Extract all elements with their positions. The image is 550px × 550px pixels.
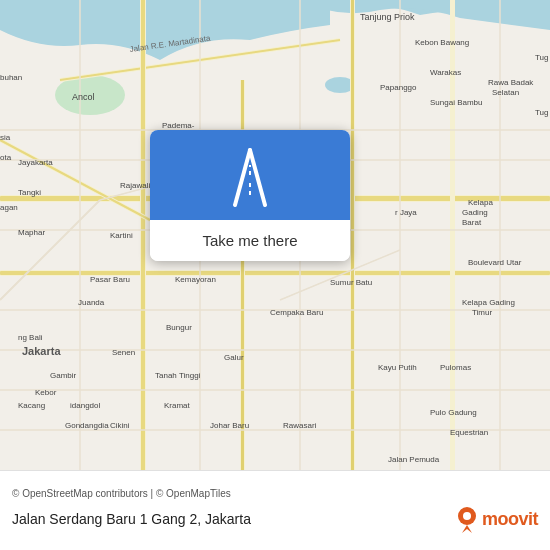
svg-text:Rawa Badak: Rawa Badak — [488, 78, 534, 87]
svg-rect-9 — [0, 271, 550, 275]
svg-text:Sungai Bambu: Sungai Bambu — [430, 98, 482, 107]
svg-text:Galur: Galur — [224, 353, 244, 362]
svg-text:Gambir: Gambir — [50, 371, 77, 380]
svg-text:Gading: Gading — [462, 208, 488, 217]
svg-text:Kacang: Kacang — [18, 401, 45, 410]
svg-text:Senen: Senen — [112, 348, 135, 357]
take-me-there-button[interactable]: Take me there — [150, 220, 350, 261]
svg-text:agan: agan — [0, 203, 18, 212]
svg-text:Tangki: Tangki — [18, 188, 41, 197]
svg-text:Rawasari: Rawasari — [283, 421, 317, 430]
svg-text:Cikini: Cikini — [110, 421, 130, 430]
svg-text:ota: ota — [0, 153, 12, 162]
svg-text:Selatan: Selatan — [492, 88, 519, 97]
svg-text:Bungur: Bungur — [166, 323, 192, 332]
svg-text:Tug: Tug — [535, 108, 549, 117]
svg-rect-11 — [141, 0, 145, 470]
svg-text:Papanggo: Papanggo — [380, 83, 417, 92]
svg-text:Sumur Batu: Sumur Batu — [330, 278, 372, 287]
svg-text:Kramat: Kramat — [164, 401, 191, 410]
svg-rect-15 — [351, 0, 354, 470]
svg-text:Boulevard Utar: Boulevard Utar — [468, 258, 522, 267]
svg-text:Kebor: Kebor — [35, 388, 57, 397]
svg-text:Ancol: Ancol — [72, 92, 95, 102]
moovit-logo: moovit — [456, 505, 538, 533]
location-row: Jalan Serdang Baru 1 Gang 2, Jakarta moo… — [0, 501, 550, 537]
svg-text:Jayakarta: Jayakarta — [18, 158, 53, 167]
svg-text:Pulomas: Pulomas — [440, 363, 471, 372]
road-directions-icon — [215, 140, 285, 210]
svg-text:Tanjung Priok: Tanjung Priok — [360, 12, 415, 22]
svg-text:Warakas: Warakas — [430, 68, 461, 77]
svg-text:Rajawali: Rajawali — [120, 181, 150, 190]
svg-text:Equestrian: Equestrian — [450, 428, 488, 437]
bottom-bar: © OpenStreetMap contributors | © OpenMap… — [0, 470, 550, 550]
svg-text:Kebon Bawang: Kebon Bawang — [415, 38, 469, 47]
location-name: Jalan Serdang Baru 1 Gang 2, Jakarta — [12, 511, 456, 527]
svg-point-98 — [463, 512, 471, 520]
svg-text:Maphar: Maphar — [18, 228, 45, 237]
popup-icon-area — [150, 130, 350, 220]
svg-text:Juanda: Juanda — [78, 298, 105, 307]
svg-text:Kartini: Kartini — [110, 231, 133, 240]
svg-text:sia: sia — [0, 133, 11, 142]
svg-text:Johar Baru: Johar Baru — [210, 421, 249, 430]
svg-line-93 — [235, 150, 250, 205]
svg-text:idangdol: idangdol — [70, 401, 100, 410]
svg-text:Kelapa Gading: Kelapa Gading — [462, 298, 515, 307]
svg-text:Jalan Pemuda: Jalan Pemuda — [388, 455, 440, 464]
popup-card: Take me there — [150, 130, 350, 261]
svg-line-94 — [250, 150, 265, 205]
svg-text:Kayu Putih: Kayu Putih — [378, 363, 417, 372]
svg-text:Timur: Timur — [472, 308, 492, 317]
map-container: Tanjung Priok Kebon Bawang Warakas Ancol… — [0, 0, 550, 550]
moovit-text-gray: moovit — [482, 509, 538, 529]
attribution-text: © OpenStreetMap contributors | © OpenMap… — [0, 484, 550, 501]
svg-text:Gondangdia: Gondangdia — [65, 421, 109, 430]
svg-text:Kelapa: Kelapa — [468, 198, 493, 207]
svg-text:buhan: buhan — [0, 73, 22, 82]
moovit-pin-icon — [456, 505, 478, 533]
svg-text:ng Bali: ng Bali — [18, 333, 43, 342]
moovit-text-label: moovit — [482, 509, 538, 530]
svg-text:Cempaka Baru: Cempaka Baru — [270, 308, 323, 317]
svg-text:Tanah Tinggi: Tanah Tinggi — [155, 371, 201, 380]
svg-text:Kemayoran: Kemayoran — [175, 275, 216, 284]
svg-text:r Jaya: r Jaya — [395, 208, 417, 217]
svg-text:Tug: Tug — [535, 53, 549, 62]
svg-text:Jakarta: Jakarta — [22, 345, 61, 357]
svg-text:Barat: Barat — [462, 218, 482, 227]
svg-text:Pasar Baru: Pasar Baru — [90, 275, 130, 284]
svg-text:Pulo Gadung: Pulo Gadung — [430, 408, 477, 417]
svg-text:Padema-: Padema- — [162, 121, 195, 130]
